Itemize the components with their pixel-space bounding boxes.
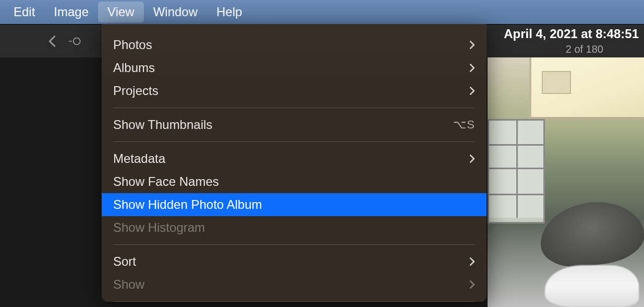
submenu-indicator <box>469 40 475 50</box>
menu-label: Show Thumbnails <box>113 117 453 132</box>
menubar-item-window[interactable]: Window <box>144 2 207 22</box>
menu-shortcut: ⌥S <box>453 118 475 132</box>
photo-content <box>488 119 545 223</box>
submenu-indicator <box>469 154 475 163</box>
chevron-right-icon <box>469 40 475 50</box>
submenu-indicator <box>469 86 475 96</box>
chevron-right-icon <box>469 63 475 73</box>
submenu-indicator <box>469 257 475 266</box>
menubar: Edit Image View Window Help <box>0 0 644 24</box>
menu-item-metadata[interactable]: Metadata <box>102 147 487 170</box>
toolbar-left <box>47 33 81 49</box>
menu-separator <box>113 141 475 142</box>
menu-label: Metadata <box>113 151 469 166</box>
menu-label: Show Histogram <box>113 220 475 235</box>
menu-item-sort[interactable]: Sort <box>102 250 487 273</box>
menu-label: Show Hidden Photo Album <box>113 197 475 212</box>
toolbar-info: April 4, 2021 at 8:48:51 2 of 180 <box>504 25 639 57</box>
chevron-right-icon <box>469 154 475 163</box>
menu-label: Show <box>113 277 469 292</box>
menu-item-albums[interactable]: Albums <box>102 56 487 79</box>
chevron-right-icon <box>469 257 475 266</box>
photo-content <box>529 57 644 120</box>
menubar-item-edit[interactable]: Edit <box>4 2 44 22</box>
photo-content <box>545 265 639 307</box>
menu-label: Sort <box>113 254 469 269</box>
menu-separator <box>113 108 475 108</box>
photo-content <box>536 196 644 273</box>
menu-item-show-histogram: Show Histogram <box>102 216 487 239</box>
menu-separator <box>113 244 475 245</box>
zoom-slider[interactable] <box>69 35 81 48</box>
photo-counter: 2 of 180 <box>566 43 603 55</box>
menu-item-projects[interactable]: Projects <box>102 79 487 102</box>
menu-item-show-thumbnails[interactable]: Show Thumbnails ⌥S <box>102 113 487 136</box>
menu-label: Albums <box>113 61 469 75</box>
svg-point-1 <box>74 38 80 44</box>
chevron-right-icon <box>469 86 475 96</box>
menu-item-photos[interactable]: Photos <box>102 33 487 56</box>
menu-label: Show Face Names <box>113 174 475 189</box>
menu-item-show: Show <box>102 273 487 296</box>
submenu-indicator <box>469 280 475 289</box>
menu-item-show-face-names[interactable]: Show Face Names <box>102 170 487 193</box>
menu-separator <box>113 301 475 302</box>
chevron-left-icon <box>48 35 56 48</box>
menu-label: Projects <box>113 84 469 98</box>
minus-circle-icon <box>69 36 81 47</box>
chevron-right-icon <box>469 280 475 289</box>
menu-label: Photos <box>113 38 469 52</box>
view-menu-dropdown: Photos Albums Projects Show Thumbnails ⌥… <box>102 24 487 302</box>
back-button[interactable] <box>47 33 57 49</box>
menu-item-show-hidden-photo-album[interactable]: Show Hidden Photo Album <box>102 193 487 216</box>
menubar-item-help[interactable]: Help <box>207 2 251 22</box>
menubar-item-image[interactable]: Image <box>44 2 98 22</box>
photo-date: April 4, 2021 at 8:48:51 <box>504 27 639 41</box>
photo-viewer[interactable] <box>488 57 644 307</box>
menubar-item-view[interactable]: View <box>98 2 144 22</box>
submenu-indicator <box>469 63 475 73</box>
